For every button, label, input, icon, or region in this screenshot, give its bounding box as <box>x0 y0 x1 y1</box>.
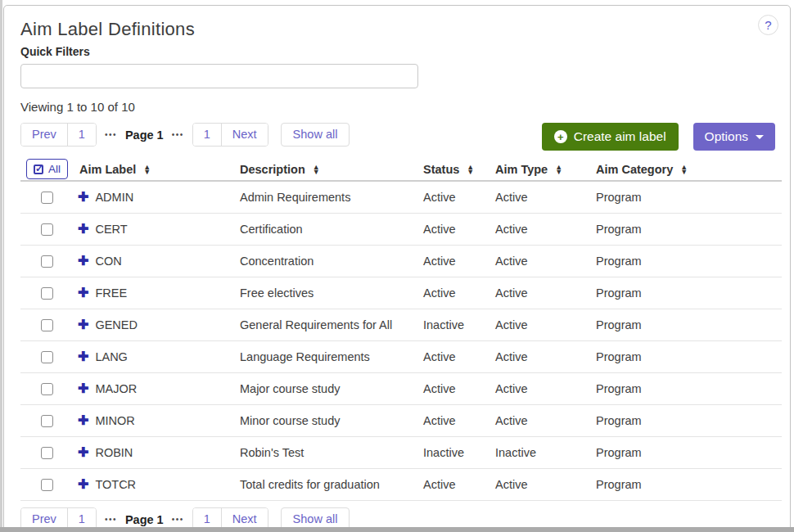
table-header-row: ✓ All Aim Label ▲▼ Description ▲▼ Status… <box>20 158 782 182</box>
expand-plus-icon[interactable]: ✚ <box>78 318 88 331</box>
current-page-label: Page 1 <box>125 128 164 142</box>
description-text: Total credits for graduation <box>240 478 423 491</box>
row-checkbox[interactable] <box>41 319 53 331</box>
caret-down-icon <box>756 135 764 139</box>
status-text: Active <box>423 478 495 491</box>
row-checkbox[interactable] <box>41 415 53 427</box>
aim-label-definitions-panel: ? Aim Label Definitions Quick Filters Vi… <box>3 5 791 532</box>
page-title: Aim Label Definitions <box>20 18 777 41</box>
pagination-top: Prev 1 ••• Page 1 ••• 1 Next Show all <box>20 123 350 147</box>
select-all-button[interactable]: ✓ All <box>26 159 68 179</box>
table-row: ✚ MAJOR Major course study Active Active… <box>20 373 782 405</box>
quick-filters-label: Quick Filters <box>20 45 777 58</box>
expand-plus-icon[interactable]: ✚ <box>78 191 88 204</box>
aim-type-text: Active <box>495 350 596 363</box>
aim-label-text: MAJOR <box>95 382 137 395</box>
options-text: Options <box>705 129 748 144</box>
viewing-status-text: Viewing 1 to 10 of 10 <box>20 100 777 114</box>
expand-plus-icon[interactable]: ✚ <box>78 382 88 395</box>
status-text: Active <box>423 191 495 204</box>
expand-plus-icon[interactable]: ✚ <box>78 478 88 491</box>
status-text: Active <box>423 414 495 427</box>
table-row: ✚ CERT Certification Active Active Progr… <box>20 214 782 246</box>
aim-label-text: CERT <box>95 223 127 236</box>
row-checkbox[interactable] <box>41 351 53 363</box>
status-text: Inactive <box>423 446 495 459</box>
expand-plus-icon[interactable]: ✚ <box>78 350 88 363</box>
row-checkbox[interactable] <box>41 479 53 491</box>
sort-icon[interactable]: ▲▼ <box>555 165 562 174</box>
status-text: Active <box>423 350 495 363</box>
aim-label-text: MINOR <box>95 414 134 427</box>
description-text: Free electives <box>240 286 423 300</box>
column-header-status: Status ▲▼ <box>423 163 495 176</box>
table-row: ✚ ADMIN Admin Requirements Active Active… <box>20 182 782 214</box>
action-buttons: + Create aim label Options <box>542 123 775 151</box>
create-aim-label-text: Create aim label <box>574 129 666 144</box>
next-page-button[interactable]: Next <box>221 124 268 146</box>
expand-plus-icon[interactable]: ✚ <box>78 286 88 300</box>
aim-type-text: Active <box>495 223 596 236</box>
description-text: Admin Requirements <box>240 191 423 204</box>
aim-label-text: CON <box>95 255 121 268</box>
aim-type-text: Active <box>495 286 596 300</box>
column-header-description: Description ▲▼ <box>240 163 423 176</box>
aim-labels-table: ✓ All Aim Label ▲▼ Description ▲▼ Status… <box>20 158 782 501</box>
aim-type-text: Inactive <box>495 446 596 459</box>
sort-icon[interactable]: ▲▼ <box>143 165 151 174</box>
page-left-edge <box>0 0 2 532</box>
show-all-button[interactable]: Show all <box>281 123 350 147</box>
aim-category-text: Program <box>596 478 782 491</box>
aim-category-text: Program <box>596 191 782 204</box>
aim-category-text: Program <box>596 382 782 395</box>
column-header-aim-type: Aim Type ▲▼ <box>495 163 596 176</box>
aim-label-text: LANG <box>95 350 128 363</box>
status-text: Active <box>423 286 495 300</box>
select-all-text: All <box>48 163 61 175</box>
expand-plus-icon[interactable]: ✚ <box>78 414 88 427</box>
ellipsis-icon: ••• <box>172 515 184 524</box>
description-text: General Requirements for All <box>240 318 423 331</box>
status-text: Active <box>423 223 495 236</box>
sort-icon[interactable]: ▲▼ <box>680 165 688 174</box>
description-text: Language Requirements <box>240 350 423 363</box>
prev-page-button[interactable]: Prev <box>21 124 67 146</box>
row-checkbox[interactable] <box>41 223 53 236</box>
help-button[interactable]: ? <box>758 15 778 35</box>
aim-label-text: TOTCR <box>95 478 136 491</box>
expand-plus-icon[interactable]: ✚ <box>78 223 88 236</box>
sort-icon[interactable]: ▲▼ <box>467 165 474 174</box>
row-checkbox[interactable] <box>41 447 53 459</box>
current-page-label: Page 1 <box>125 513 164 526</box>
aim-label-text: GENED <box>95 318 138 331</box>
page-number-button[interactable]: 1 <box>193 124 221 146</box>
aim-type-text: Active <box>495 478 596 491</box>
quick-filters-input[interactable] <box>20 64 418 88</box>
row-checkbox[interactable] <box>41 383 53 395</box>
table-row: ✚ LANG Language Requirements Active Acti… <box>20 341 782 373</box>
status-text: Active <box>423 382 495 395</box>
aim-category-text: Program <box>596 255 782 268</box>
aim-label-text: ROBIN <box>95 446 133 459</box>
expand-plus-icon[interactable]: ✚ <box>78 255 88 268</box>
row-checkbox[interactable] <box>41 192 53 204</box>
sort-icon[interactable]: ▲▼ <box>313 165 320 174</box>
expand-plus-icon[interactable]: ✚ <box>78 446 88 459</box>
row-checkbox[interactable] <box>41 287 53 300</box>
table-row: ✚ TOTCR Total credits for graduation Act… <box>20 469 782 501</box>
row-checkbox[interactable] <box>41 255 53 268</box>
options-dropdown-button[interactable]: Options <box>693 123 775 151</box>
aim-type-text: Active <box>495 318 596 331</box>
ellipsis-icon: ••• <box>172 130 184 139</box>
aim-category-text: Program <box>596 414 782 427</box>
aim-category-text: Program <box>596 286 782 300</box>
aim-category-text: Program <box>596 223 782 236</box>
table-row: ✚ ROBIN Robin's Test Inactive Inactive P… <box>20 437 782 469</box>
page-number-button[interactable]: 1 <box>67 124 96 146</box>
column-header-aim-label: Aim Label ▲▼ <box>76 163 240 176</box>
table-row: ✚ FREE Free electives Active Active Prog… <box>20 277 782 309</box>
table-body: ✚ ADMIN Admin Requirements Active Active… <box>20 182 782 501</box>
aim-type-text: Active <box>495 191 596 204</box>
create-aim-label-button[interactable]: + Create aim label <box>542 123 679 151</box>
aim-type-text: Active <box>495 382 596 395</box>
